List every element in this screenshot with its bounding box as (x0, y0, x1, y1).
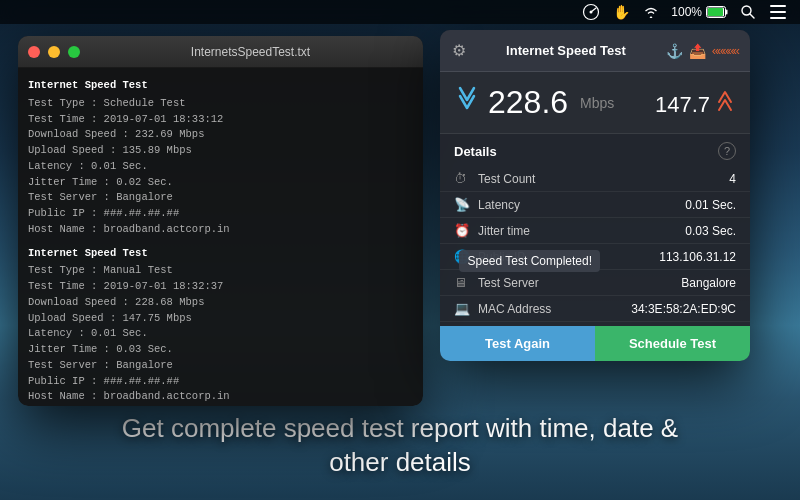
terminal-section-heading: Internet Speed Test (28, 78, 413, 94)
terminal-line: Upload Speed : 135.89 Mbps (28, 143, 413, 159)
terminal-line: Host Name : broadband.actcorp.in (28, 389, 413, 405)
schedule-test-button[interactable]: Schedule Test (595, 326, 750, 361)
menu-menubar-icon[interactable] (768, 2, 788, 22)
bottom-tagline: Get complete speed test report with time… (60, 412, 740, 480)
terminal-line: Test Server : Bangalore (28, 190, 413, 206)
detail-row-icon: 📡 (454, 197, 474, 212)
detail-row-icon: 🖥 (454, 275, 474, 290)
detail-row-value: 0.03 Sec. (685, 224, 736, 238)
terminal-line: Download Speed : 228.68 Mbps (28, 295, 413, 311)
test-again-button[interactable]: Test Again (440, 326, 595, 361)
detail-row-key: Test Count (478, 172, 729, 186)
svg-rect-8 (770, 11, 786, 13)
details-label: Details (454, 144, 497, 159)
detail-row-value: 34:3E:58:2A:ED:9C (631, 302, 736, 316)
terminal-line: Jitter Time : 0.03 Sec. (28, 342, 413, 358)
detail-row-key: Test Server (478, 276, 681, 290)
terminal-line: Test Time : 2019-07-01 18:33:12 (28, 112, 413, 128)
terminal-body: Internet Speed TestTest Type : Schedule … (18, 68, 423, 406)
svg-rect-4 (726, 10, 728, 15)
detail-row-key: MAC Address (478, 302, 631, 316)
minimize-button[interactable] (48, 46, 60, 58)
battery-status: 100% (671, 5, 728, 19)
panel-icons-right: ⚓ 📤 ««««« (666, 43, 738, 59)
detail-row-value: 113.106.31.12 (659, 250, 736, 264)
detail-row-value: 0.01 Sec. (685, 198, 736, 212)
detail-rows-container: ⏱Test Count4📡Latency0.01 Sec.⏰Jitter tim… (440, 166, 750, 322)
terminal-line: Test Type : Schedule Test (28, 96, 413, 112)
buttons-row: Test Again Schedule Test (440, 326, 750, 361)
upload-speed-value: 147.7 (655, 92, 710, 118)
search-menubar-icon[interactable] (738, 2, 758, 22)
terminal-line: Jitter Time : 0.02 Sec. (28, 175, 413, 191)
anchor-icon[interactable]: ⚓ (666, 43, 683, 59)
speed-menubar-icon[interactable] (581, 2, 601, 22)
terminal-line: Download Speed : 232.69 Mbps (28, 127, 413, 143)
svg-rect-9 (770, 17, 786, 19)
terminal-line: Test Time : 2019-07-01 18:32:37 (28, 279, 413, 295)
detail-row-key: Jitter time (478, 224, 685, 238)
speed-display: 228.6 Mbps 147.7 (440, 72, 750, 134)
svg-rect-5 (708, 8, 723, 16)
terminal-line: Test Type : Manual Test (28, 263, 413, 279)
speed-unit: Mbps (580, 95, 614, 111)
terminal-line: Latency : 0.01 Sec. (28, 159, 413, 175)
details-header: Details ? (440, 134, 750, 166)
gear-icon[interactable]: ⚙ (452, 41, 466, 60)
chevrons-icon[interactable]: ««««« (712, 43, 738, 58)
panel-title: Internet Speed Test (474, 43, 658, 58)
share-icon[interactable]: 📤 (689, 43, 706, 59)
detail-row: 🖥Test ServerBangalore (440, 270, 750, 296)
detail-row: ⏱Test Count4 (440, 166, 750, 192)
bottom-text-container: Get complete speed test report with time… (0, 412, 800, 480)
download-speed-value: 228.6 (488, 84, 568, 121)
terminal-line: Public IP : ###.##.##.## (28, 374, 413, 390)
menubar: ✋ 100% (0, 0, 800, 24)
terminal-line: Upload Speed : 147.75 Mbps (28, 311, 413, 327)
terminal-line: Latency : 0.01 Sec. (28, 326, 413, 342)
terminal-window: InternetsSpeedTest.txt Internet Speed Te… (18, 36, 423, 406)
toast-notification: Speed Test Completed! (459, 250, 600, 272)
download-arrow-icon (456, 86, 478, 120)
wifi-menubar-icon (641, 2, 661, 22)
detail-row-icon: 💻 (454, 301, 474, 316)
detail-row-value: Bangalore (681, 276, 736, 290)
hand-menubar-icon: ✋ (611, 2, 631, 22)
upload-arrow-icon (716, 88, 734, 116)
detail-row-value: 4 (729, 172, 736, 186)
detail-row-key: Latency (478, 198, 685, 212)
speedtest-panel: ⚙ Internet Speed Test ⚓ 📤 ««««« 228.6 Mb… (440, 30, 750, 361)
panel-titlebar: ⚙ Internet Speed Test ⚓ 📤 ««««« (440, 30, 750, 72)
upload-speed-display: 147.7 (655, 88, 734, 118)
terminal-line: Public IP : ###.##.##.## (28, 206, 413, 222)
terminal-titlebar: InternetsSpeedTest.txt (18, 36, 423, 68)
svg-point-1 (590, 11, 593, 14)
terminal-title: InternetsSpeedTest.txt (191, 45, 310, 59)
detail-row: 💻MAC Address34:3E:58:2A:ED:9C (440, 296, 750, 322)
terminal-line: Test Server : Bangalore (28, 358, 413, 374)
detail-row: 📡Latency0.01 Sec. (440, 192, 750, 218)
terminal-section-heading: Internet Speed Test (28, 246, 413, 262)
close-button[interactable] (28, 46, 40, 58)
terminal-line: Host Name : broadband.actcorp.in (28, 222, 413, 238)
maximize-button[interactable] (68, 46, 80, 58)
detail-row-icon: ⏰ (454, 223, 474, 238)
detail-row: ⏰Jitter time0.03 Sec. (440, 218, 750, 244)
help-button[interactable]: ? (718, 142, 736, 160)
detail-row-icon: ⏱ (454, 171, 474, 186)
svg-rect-7 (770, 5, 786, 7)
